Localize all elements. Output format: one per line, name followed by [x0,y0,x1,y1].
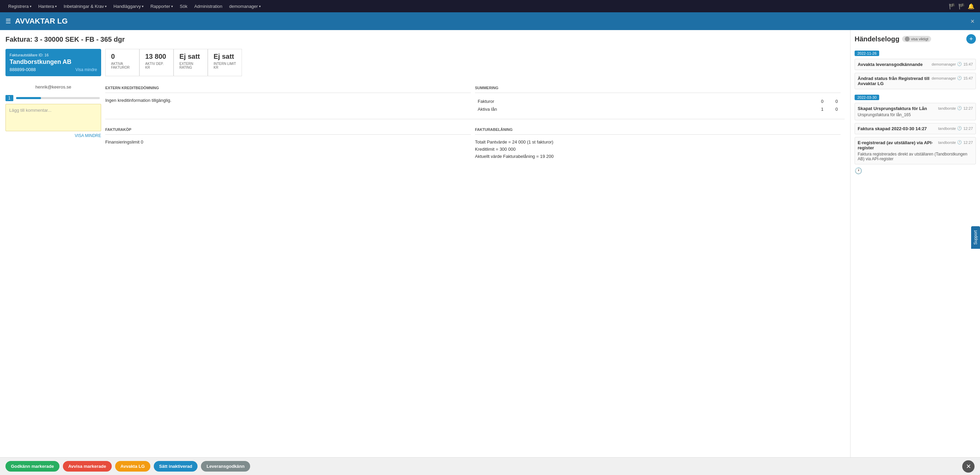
close-bottom-button[interactable]: ✕ [962,460,975,473]
satt-inaktiverad-button[interactable]: Sätt inaktiverad [154,461,198,472]
fakturaköp-text: Finansieringslimit 0 [105,139,471,146]
stats-cards: 0 AKTIVAFAKTUROR 13 800 AKTIV DEP.KR Ej … [101,49,845,76]
extern-kreditbedömning-title: EXTERN KREDITBEDÖMNING [105,86,471,90]
dropdown-arrow-demomanager: ▾ [259,5,261,8]
nav-sok[interactable]: Sök [177,2,190,10]
log-time-0-0: 15:47 [963,62,973,66]
log-entry-title-1-0: Skapat Ursprungsfaktura för Lån [858,106,938,111]
visa-mindre-link-top[interactable]: Visa mindre [75,67,97,72]
email-display: henrik@keeros.se [5,82,101,92]
avvisa-markerade-button[interactable]: Avvisa markerade [63,461,112,472]
log-entry-header: Ändrad status från Registrerad till Avva… [858,76,973,86]
flag-icon-2[interactable]: 🏴 [958,3,965,10]
page-header-title: AVVAKTAR LG [15,17,68,26]
two-col-top: EXTERN KREDITBEDÖMNING Ingen kreditinfor… [105,82,845,113]
fakturabelåning-line-1: Kreditlimit = 300 000 [475,146,841,153]
log-entry-meta-0-1: demomanager 🕐 15:47 [932,76,973,80]
handelselogg-panel: Händelselogg visa viktigt + 2022-11-26 A… [850,30,980,457]
stat-value-2: Ej satt [180,53,202,61]
log-entry-meta-0-0: demomanager 🕐 15:47 [932,62,973,66]
comment-textarea[interactable]: Lägg till kommentar... [5,104,101,131]
log-entry-header: E-registrerad (av utställare) via API-re… [858,140,973,150]
log-entry-title-1-1: Faktura skapad 2022-03-30 14:27 [858,126,938,131]
header-bar: ☰ AVVAKTAR LG × [0,12,980,30]
nav-administration[interactable]: Administration [191,2,225,10]
visa-viktigt-label: visa viktigt [911,37,928,41]
dropdown-arrow-inbetalningar: ▾ [105,5,107,8]
nav-inbetalningar[interactable]: Inbetalningar & Krav ▾ [61,2,109,10]
nav-right-icons: 🏴 🏴 🔔 [948,3,975,10]
fakturabelåning-col: FAKTURABELÅNING Totalt Pantvärde = 24 00… [475,123,845,160]
date-badge-0: 2022-11-26 [854,51,879,56]
stat-intern-limit: Ej satt INTERN LIMITKR [208,49,242,76]
visa-mindre-bottom[interactable]: VISA MINDRE [5,133,101,138]
log-time-1-0: 12:27 [963,106,973,110]
right-section: EXTERN KREDITBEDÖMNING Ingen kreditinfor… [101,82,845,160]
stat-aktiv-dep: 13 800 AKTIV DEP.KR [139,49,173,76]
visa-viktigt-toggle[interactable]: visa viktigt [902,36,931,42]
page-1-btn[interactable]: 1 [5,95,13,101]
summering-label-0: Fakturor [476,98,811,105]
clock-icon: 🕐 [957,140,962,145]
log-user-1-1: tandborste [938,126,956,131]
log-user-0-0: demomanager [932,62,956,66]
two-col-bottom: FAKTURAKÖP Finansieringslimit 0 FAKTURAB… [105,123,845,160]
bell-icon[interactable]: 🔔 [968,3,975,10]
log-entry-body-1-2: Faktura registrerades direkt av utställa… [858,152,973,161]
table-row: Aktiva lån 1 0 [476,105,840,113]
log-entry-1-2: E-registrerad (av utställare) via API-re… [854,137,976,164]
log-user-0-1: demomanager [932,76,956,80]
log-entry-meta-1-1: tandborste 🕐 12:27 [938,126,973,131]
flag-icon-1[interactable]: 🏴 [948,3,955,10]
clock-icon: 🕐 [957,126,962,131]
avvakta-lg-button[interactable]: Avvakta LG [115,461,150,472]
add-log-entry-button[interactable]: + [966,34,976,44]
clock-icon: 🕐 [957,76,962,80]
stat-label-0: AKTIVAFAKTUROR [111,62,134,69]
nav-rapporter[interactable]: Rapporter ▾ [148,2,176,10]
log-time-1-2: 12:27 [963,140,973,145]
handelselogg-title: Händelselogg [854,35,899,43]
fakturabelåning-line-2: Aktuellt värde Fakturabelåning = 19 200 [475,153,841,160]
log-entry-title-1-2: E-registrerad (av utställare) via API-re… [858,140,938,150]
stat-label-3: INTERN LIMITKR [213,62,236,69]
stat-value-1: 13 800 [145,53,168,61]
leveransgodkann-button[interactable]: Leveransgodkänn [201,461,250,472]
clock-icon: 🕐 [957,62,962,66]
company-name: Tandborstkungen AB [10,59,97,65]
support-button[interactable]: Support [971,226,980,249]
nav-demomanager[interactable]: demomanager ▾ [226,2,264,10]
stat-label-1: AKTIV DEP.KR [145,62,168,69]
handelselogg-header: Händelselogg visa viktigt + [854,34,976,44]
close-button[interactable]: × [970,18,975,25]
summering-val1-1: 1 [812,105,826,113]
history-icon[interactable]: 🕐 [854,167,976,175]
dropdown-arrow-hantera: ▾ [55,5,57,8]
godkann-markerade-button[interactable]: Godkänn markerade [5,461,59,472]
stat-label-2: EXTERNRATING [180,62,202,69]
summering-val2-1: 0 [826,105,840,113]
summering-label-1: Aktiva lån [476,105,811,113]
pagination-bar: 1 [5,95,101,101]
log-user-1-2: tandborste [938,140,956,145]
fakturaköp-col: FAKTURAKÖP Finansieringslimit 0 [105,123,475,160]
summering-val2-0: 0 [826,98,840,105]
log-time-0-1: 15:47 [963,76,973,80]
log-entry-body-1-0: Ursprungsfaktura för lån_165 [858,112,973,117]
top-stats-row: Fakturautställare ID: 16 Tandborstkungen… [5,49,845,76]
extern-kreditbedömning-col: EXTERN KREDITBEDÖMNING Ingen kreditinfor… [105,82,475,113]
nav-hantera[interactable]: Hantera ▾ [35,2,59,10]
org-number: 888899-0088 [10,67,36,72]
issuer-card: Fakturautställare ID: 16 Tandborstkungen… [5,49,101,76]
content-area: henrik@keeros.se 1 Lägg till kommentar..… [5,82,845,160]
nav-registrera[interactable]: Registrera ▾ [5,2,34,10]
log-entry-1-1: Faktura skapad 2022-03-30 14:27 tandbors… [854,123,976,134]
menu-icon[interactable]: ☰ [5,18,11,25]
log-entry-meta-1-2: tandborste 🕐 12:27 [938,140,973,145]
left-panel: Faktura: 3 - 30000 SEK - FB - 365 dgr Fa… [0,30,850,457]
summering-table: Fakturor 0 0 Aktiva lån 1 0 [475,97,841,113]
log-entry-header: Skapat Ursprungsfaktura för Lån tandbors… [858,106,973,111]
top-navigation: Registrera ▾ Hantera ▾ Inbetalningar & K… [0,0,980,12]
nav-handlaggarvy[interactable]: Handläggarvy ▾ [111,2,146,10]
fakturabelåning-title: FAKTURABELÅNING [475,128,841,132]
